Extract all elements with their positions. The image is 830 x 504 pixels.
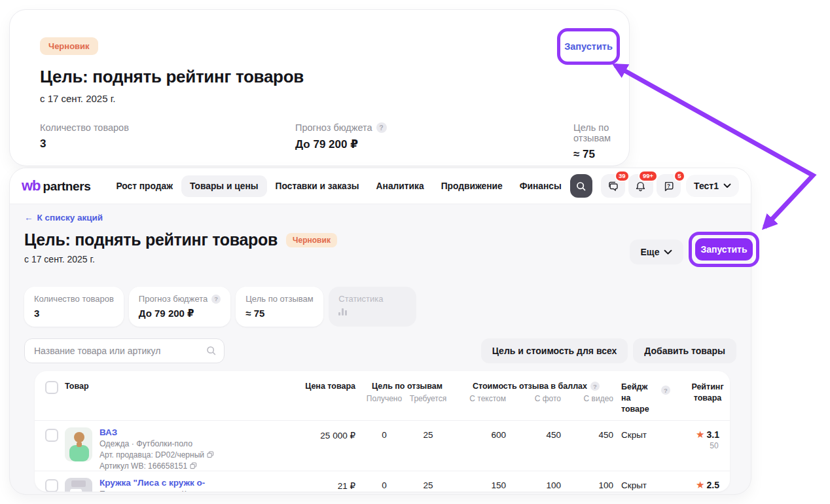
col-price: Цена товара (293, 380, 363, 391)
rating-cell: ★ 2.5 78 (681, 471, 730, 492)
top-navbar: wb partners Рост продаж Товары и цены По… (10, 168, 751, 204)
annotation-highlight-bottom: Запустить (689, 232, 759, 267)
chevron-down-icon (723, 183, 731, 189)
product-link[interactable]: ВАЗ (99, 427, 214, 437)
col-group-reviews-goal: Цель по отзывам Получено Требуется (363, 380, 451, 403)
price-cell: 21 ₽ (293, 471, 363, 491)
nav-item-supplies-orders[interactable]: Поставки и заказы (267, 175, 368, 197)
wb-article: Артикул WB: 166658151 (99, 461, 187, 471)
product-cell: Кружка "Лиса с кружк о- Посуда и инвента… (65, 471, 293, 492)
required-cell: 25 (405, 421, 451, 440)
col-group-review-cost: Стоимость отзыва в баллах ? С текстом С … (451, 380, 621, 403)
bar-chart-icon (338, 308, 406, 315)
navbar-help-button[interactable]: ? 5 (657, 174, 681, 198)
navbar-messages-button[interactable]: 39 (601, 174, 626, 198)
nav-item-products-prices[interactable]: Товары и цены (181, 175, 267, 197)
help-icon[interactable]: ? (590, 382, 600, 391)
page-title: Цель: поднять рейтинг товаров (24, 230, 278, 249)
summary-stats: Количество товаров 3 Прогноз бюджета ? Д… (40, 122, 599, 161)
price-cell: 25 000 ₽ (293, 421, 363, 441)
received-cell: 0 (363, 471, 405, 490)
goal-summary-card: Черновик Цель: поднять рейтинг товаров с… (9, 9, 630, 166)
reviews-count: 50 (710, 441, 718, 450)
with-text-cell: 600 (451, 421, 514, 440)
product-search-field (24, 338, 225, 363)
account-menu[interactable]: Тест1 (686, 175, 739, 197)
add-products-button[interactable]: Добавить товары (633, 338, 736, 363)
wb-partners-logo[interactable]: wb partners (22, 177, 90, 194)
badge-cell: Скрыт (621, 421, 681, 440)
copy-icon[interactable] (190, 462, 197, 469)
help-icon[interactable]: ? (661, 386, 670, 395)
table-row: Кружка "Лиса с кружк о- Посуда и инвента… (35, 471, 730, 492)
breadcrumb-back-link[interactable]: ← К списку акций (24, 213, 736, 223)
annotation-highlight-top: Запустить (557, 28, 620, 65)
launch-button-main[interactable]: Запустить (695, 238, 753, 261)
nav-item-promotion[interactable]: Продвижение (433, 175, 511, 197)
copy-icon[interactable] (207, 451, 214, 458)
row-checkbox[interactable] (45, 479, 58, 492)
seller-article: Арт. продавца: DP02/черный (99, 450, 204, 459)
screenshot-canvas: Черновик Цель: поднять рейтинг товаров с… (0, 0, 830, 504)
col-received: Получено (363, 394, 405, 403)
with-photo-cell: 100 (514, 471, 569, 490)
help-icon[interactable]: ? (376, 122, 387, 133)
product-category: Одежда · Футболки-поло (99, 439, 214, 448)
stat-card-statistics[interactable]: Статистика (329, 287, 416, 327)
messages-count-badge: 39 (615, 170, 630, 182)
with-text-cell: 150 (451, 471, 514, 490)
col-product: Товар (65, 380, 293, 391)
main-page-card: wb partners Рост продаж Товары и цены По… (9, 168, 751, 495)
help-icon[interactable]: ? (211, 295, 221, 304)
col-badge-on-product: Бейдж на товаре ? (621, 380, 681, 415)
goal-and-cost-for-all-button[interactable]: Цель и стоимость для всех (481, 338, 628, 363)
help-bubble-icon: ? (662, 180, 675, 192)
stat-card-budget-forecast: Прогноз бюджета ? До 79 200 ₽ (129, 287, 230, 327)
nav-item-sales-growth[interactable]: Рост продаж (107, 175, 181, 197)
rating-cell: ★ 3.1 50 (681, 421, 730, 450)
notifications-count-badge: 99+ (638, 170, 657, 182)
product-link[interactable]: Кружка "Лиса с кружк о- (99, 478, 243, 488)
with-video-cell: 450 (569, 421, 621, 440)
more-button[interactable]: Еще (630, 240, 683, 264)
received-cell: 0 (363, 421, 405, 440)
start-date: с 17 сент. 2025 г. (40, 93, 599, 104)
status-badge: Черновик (40, 37, 98, 55)
launch-button-overlay[interactable]: Запустить (560, 41, 617, 52)
nav-item-finance[interactable]: Финансы (511, 175, 570, 197)
help-count-badge: 5 (674, 170, 685, 182)
select-all-checkbox[interactable] (45, 381, 58, 394)
navbar-notifications-button[interactable]: 99+ (628, 174, 653, 198)
product-thumbnail (65, 427, 92, 461)
svg-text:?: ? (667, 183, 670, 189)
chat-icon (607, 180, 619, 192)
products-table: Товар Цена товара Цель по отзывам Получе… (35, 371, 730, 492)
product-thumbnail (65, 478, 92, 492)
badge-cell: Скрыт (621, 471, 681, 490)
col-with-text: С текстом (451, 394, 514, 403)
required-cell: 25 (405, 471, 451, 490)
arrow-left-icon: ← (24, 213, 33, 223)
product-cell: ВАЗ Одежда · Футболки-поло Арт. продавца… (65, 421, 293, 471)
stat-cards-row: Количество товаров 3 Прогноз бюджета ? Д… (24, 287, 736, 327)
stat-card-products-count: Количество товаров 3 (24, 287, 124, 327)
navbar-search-button[interactable] (570, 174, 592, 198)
account-name: Тест1 (694, 181, 719, 191)
page-title: Цель: поднять рейтинг товаров (40, 67, 599, 87)
search-input[interactable] (24, 338, 225, 363)
toolbar-row: Цель и стоимость для всех Добавить товар… (24, 338, 736, 363)
star-icon: ★ (696, 479, 704, 491)
with-video-cell: 100 (569, 471, 621, 490)
with-photo-cell: 450 (514, 421, 569, 440)
stat-reviews-goal: Цель по отзывам ≈ 75 (573, 122, 611, 161)
status-badge: Черновик (286, 233, 337, 247)
chevron-down-icon (664, 249, 672, 255)
row-checkbox[interactable] (45, 429, 58, 442)
col-with-photo: С фото (514, 394, 569, 403)
star-icon: ★ (696, 429, 704, 441)
col-required: Требуется (405, 394, 451, 403)
col-with-video: С видео (569, 394, 621, 403)
nav-item-analytics[interactable]: Аналитика (368, 175, 433, 197)
table-row: ВАЗ Одежда · Футболки-поло Арт. продавца… (35, 420, 730, 471)
col-product-rating: Рейтинг товара (681, 380, 730, 404)
